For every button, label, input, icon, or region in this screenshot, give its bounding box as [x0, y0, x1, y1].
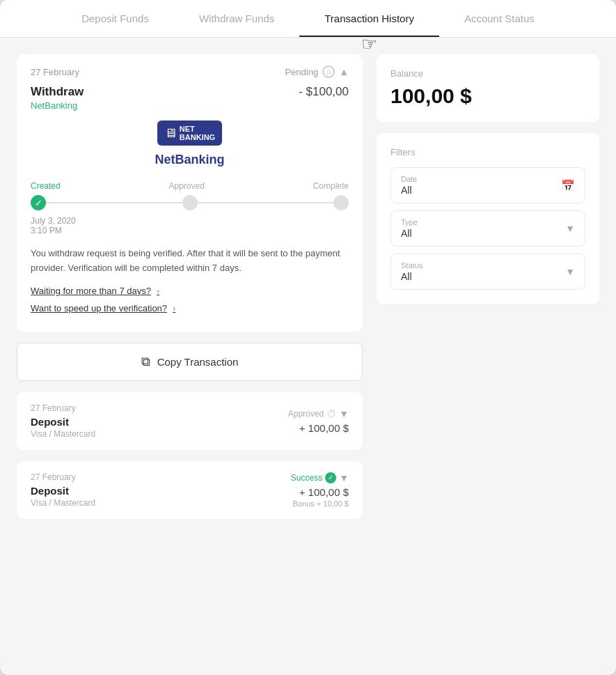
filter-type[interactable]: Type All ▼: [390, 210, 585, 247]
expanded-transaction-card: 27 February Pending ⊙ ▲ Withdraw NetBank…: [17, 54, 363, 332]
copy-icon: ⧉: [141, 355, 150, 369]
tx-header: 27 February Pending ⊙ ▲: [17, 54, 363, 85]
tx-list-method-1: Visa / Mastercard: [31, 429, 95, 439]
filters-section: Filters Date All 📅 Type All ▼: [377, 133, 599, 304]
step-labels: Created Approved Complete: [17, 181, 363, 195]
tab-deposit[interactable]: Deposit Funds: [56, 0, 174, 37]
filter-date[interactable]: Date All 📅: [390, 167, 585, 203]
link-speed-up[interactable]: Want to speed up the verification? ›: [31, 303, 349, 313]
tx-list-method-2: Visa / Mastercard: [31, 498, 95, 508]
step-datetime: July 3, 20203:10 PM: [17, 216, 363, 247]
filter-type-group: Type All: [401, 218, 418, 239]
app-window: Deposit Funds Withdraw Funds Transaction…: [0, 0, 616, 675]
filter-date-group: Date All: [401, 175, 417, 196]
tab-navigation: Deposit Funds Withdraw Funds Transaction…: [0, 0, 616, 38]
main-content: 27 February Pending ⊙ ▲ Withdraw NetBank…: [0, 38, 616, 675]
balance-section: Balance 100,00 $: [377, 54, 599, 122]
tx-status-row: Pending ⊙ ▲: [285, 65, 349, 78]
step-label-created: Created: [31, 181, 61, 191]
filter-status-group: Status All: [401, 261, 422, 282]
calendar-icon: 📅: [561, 179, 575, 192]
step-label-approved: Approved: [168, 181, 204, 191]
filter-status-label: Status: [401, 261, 422, 270]
tx-type: Withdraw: [31, 85, 84, 99]
tx-list-chevron-1[interactable]: ▼: [339, 408, 349, 419]
filter-type-label: Type: [401, 218, 418, 226]
transaction-list-item-2: 27 February Deposit Visa / Mastercard Su…: [17, 461, 363, 519]
step-dot-approved: [182, 195, 198, 210]
tx-list-amount-2: + 100,00 $: [291, 486, 349, 498]
tx-list-date-1: 27 February: [31, 403, 95, 413]
tx-list-status-1: Approved ⏱ ▼: [288, 408, 349, 419]
filter-status[interactable]: Status All ▼: [390, 254, 585, 290]
tx-list-chevron-2[interactable]: ▼: [339, 472, 349, 483]
bank-logo-text: NET BANKING: [180, 125, 215, 141]
tx-type-group: Withdraw NetBanking: [31, 85, 84, 111]
step-line-2: [198, 202, 334, 203]
tab-account-status[interactable]: Account Status: [439, 0, 560, 37]
bank-logo-box: 🖥 NET BANKING: [157, 121, 222, 146]
tx-status-icon: ⊙: [322, 65, 335, 78]
right-panel: Balance 100,00 $ Filters Date All 📅: [377, 54, 599, 658]
info-text: You withdraw request is being verified. …: [31, 247, 349, 276]
link1-chevron: ›: [157, 286, 159, 296]
link2-chevron: ›: [173, 303, 175, 313]
tx-info-section: You withdraw request is being verified. …: [17, 247, 363, 332]
link-waiting[interactable]: Waiting for more than 7 days? ›: [31, 286, 349, 296]
filter-status-value: All: [401, 271, 422, 282]
left-panel: 27 February Pending ⊙ ▲ Withdraw NetBank…: [17, 54, 363, 658]
filter-date-label: Date: [401, 175, 417, 183]
tx-list-bonus-2: Bonus + 10,00 $: [291, 499, 349, 508]
tx-list-status-2: Success ✓ ▼: [291, 472, 349, 483]
tx-list-type-2: Deposit: [31, 485, 95, 497]
tx-list-left-2: 27 February Deposit Visa / Mastercard: [31, 472, 95, 508]
transaction-list-item-1: 27 February Deposit Visa / Mastercard Ap…: [17, 392, 363, 450]
tab-history[interactable]: Transaction History ☞: [299, 0, 439, 37]
tx-status-clock-1: ⏱: [326, 408, 336, 419]
tx-method: NetBanking: [31, 100, 84, 111]
tx-list-date-2: 27 February: [31, 472, 95, 482]
bank-logo-area: 🖥 NET BANKING NetBanking: [17, 121, 363, 167]
tx-list-type-1: Deposit: [31, 416, 95, 428]
success-dot: ✓: [325, 472, 336, 483]
step-dot-complete: [333, 195, 349, 210]
steps-row: ✓: [17, 195, 363, 210]
tab-withdraw[interactable]: Withdraw Funds: [174, 0, 299, 37]
filter-type-value: All: [401, 228, 418, 239]
balance-label: Balance: [390, 68, 585, 79]
step-line-1: [46, 202, 182, 203]
filter-date-value: All: [401, 185, 417, 196]
tx-collapse-chevron[interactable]: ▲: [339, 66, 349, 77]
filter-status-chevron: ▼: [565, 266, 575, 277]
bank-name: NetBanking: [155, 153, 224, 167]
tx-list-right-2: Success ✓ ▼ + 100,00 $ Bonus + 10,00 $: [291, 472, 349, 508]
tx-list-left-1: 27 February Deposit Visa / Mastercard: [31, 403, 95, 439]
tx-date: 27 February: [31, 67, 79, 77]
tx-list-amount-1: + 100,00 $: [288, 422, 349, 434]
copy-btn-label: Copy Transaction: [157, 356, 239, 368]
filter-type-chevron: ▼: [565, 223, 575, 234]
bank-icon: 🖥: [164, 126, 177, 141]
step-dot-created: ✓: [31, 195, 46, 210]
balance-amount: 100,00 $: [390, 84, 585, 108]
step-label-complete: Complete: [313, 181, 349, 191]
copy-transaction-button[interactable]: ⧉ Copy Transaction: [17, 343, 363, 381]
tx-status-label: Pending: [285, 67, 318, 77]
filters-title: Filters: [390, 147, 585, 157]
tx-list-right-1: Approved ⏱ ▼ + 100,00 $: [288, 408, 349, 434]
tx-amount: - $100,00: [299, 85, 349, 99]
tx-main-row: Withdraw NetBanking - $100,00: [17, 85, 363, 121]
